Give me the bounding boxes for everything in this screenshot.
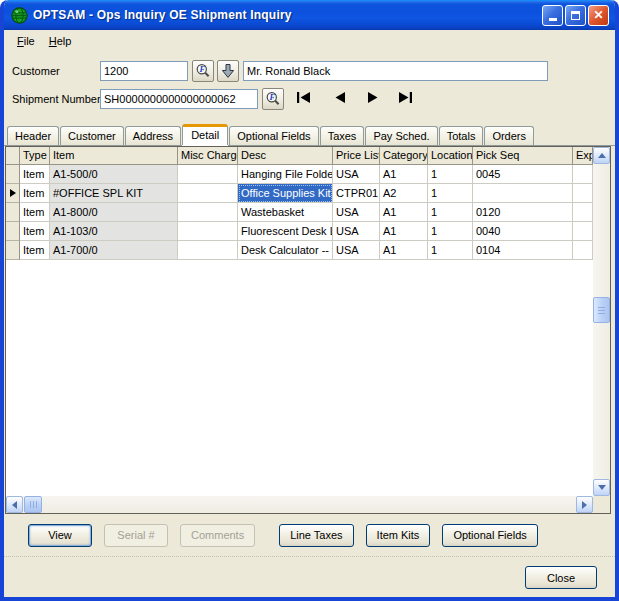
menu-help-rest: elp [57, 35, 72, 47]
cell-category[interactable]: A1 [380, 222, 428, 241]
column-header-exp[interactable]: Exp [573, 147, 593, 165]
column-header-category[interactable]: Category [380, 147, 428, 165]
shipment-number-input[interactable] [100, 89, 258, 109]
tab-customer[interactable]: Customer [60, 126, 124, 145]
cell-type[interactable]: Item [20, 222, 50, 241]
cell-exp[interactable] [573, 184, 593, 203]
row-selector[interactable] [6, 165, 20, 184]
column-header-item[interactable]: Item [50, 147, 178, 165]
nav-next-button[interactable] [364, 91, 382, 104]
nav-first-button[interactable] [295, 91, 313, 104]
scroll-left-button[interactable] [6, 496, 23, 513]
cell-misc-charge[interactable] [178, 203, 238, 222]
item-kits-button[interactable]: Item Kits [366, 524, 431, 547]
cell-desc[interactable]: Wastebasket [238, 203, 333, 222]
cell-desc[interactable]: Desk Calculator -- w [238, 241, 333, 260]
tab-totals[interactable]: Totals [439, 126, 484, 145]
tab-orders[interactable]: Orders [484, 126, 534, 145]
tab-header[interactable]: Header [7, 126, 59, 145]
cell-location[interactable]: 1 [428, 241, 473, 260]
cell-pick-seq[interactable]: 0040 [473, 222, 573, 241]
cell-item[interactable]: A1-500/0 [50, 165, 178, 184]
row-selector[interactable] [6, 203, 20, 222]
shipment-finder-button[interactable]: F [262, 88, 284, 110]
cell-type[interactable]: Item [20, 241, 50, 260]
vertical-scrollbar[interactable] [593, 147, 610, 496]
scroll-right-button[interactable] [576, 496, 593, 513]
cell-exp[interactable] [573, 203, 593, 222]
cell-exp[interactable] [573, 165, 593, 184]
cell-pick-seq[interactable]: 0120 [473, 203, 573, 222]
cell-pick-seq[interactable] [473, 184, 573, 203]
cell-location[interactable]: 1 [428, 165, 473, 184]
row-selector[interactable] [6, 222, 20, 241]
line-taxes-button[interactable]: Line Taxes [279, 524, 353, 547]
cell-price-list[interactable]: USA [333, 241, 380, 260]
cell-location[interactable]: 1 [428, 222, 473, 241]
cell-misc-charge[interactable] [178, 241, 238, 260]
cell-item[interactable]: #OFFICE SPL KIT [50, 184, 178, 203]
cell-type[interactable]: Item [20, 165, 50, 184]
cell-type[interactable]: Item [20, 203, 50, 222]
tab-detail[interactable]: Detail [182, 124, 228, 145]
menu-file[interactable]: File [10, 33, 42, 49]
cell-price-list[interactable]: USA [333, 165, 380, 184]
customer-name-field[interactable] [243, 61, 548, 81]
tab-taxes[interactable]: Taxes [320, 126, 365, 145]
tab-pay-sched[interactable]: Pay Sched. [365, 126, 437, 145]
thumb-grip [30, 501, 38, 508]
cell-category[interactable]: A1 [380, 165, 428, 184]
cell-price-list[interactable]: USA [333, 203, 380, 222]
cell-price-list[interactable]: CTPR01 [333, 184, 380, 203]
column-header-pick-seq[interactable]: Pick Seq [473, 147, 573, 165]
cell-misc-charge[interactable] [178, 222, 238, 241]
customer-number-input[interactable] [100, 61, 188, 81]
nav-previous-button[interactable] [330, 91, 348, 104]
cell-exp[interactable] [573, 222, 593, 241]
cell-desc[interactable]: Hanging File Folder [238, 165, 333, 184]
cell-desc-selected[interactable]: Office Supplies Kit [238, 184, 333, 203]
customer-finder-button[interactable]: F [192, 60, 214, 82]
close-button[interactable]: Close [525, 566, 597, 589]
cell-category[interactable]: A1 [380, 241, 428, 260]
minimize-button[interactable] [542, 5, 563, 26]
row-selector-current[interactable] [6, 184, 20, 203]
cell-item[interactable]: A1-800/0 [50, 203, 178, 222]
nav-last-button[interactable] [396, 91, 414, 104]
cell-pick-seq[interactable]: 0045 [473, 165, 573, 184]
column-header-type[interactable]: Type [20, 147, 50, 165]
vertical-scrollbar-thumb[interactable] [593, 297, 610, 323]
scroll-down-button[interactable] [593, 479, 610, 496]
cell-misc-charge[interactable] [178, 184, 238, 203]
cell-location[interactable]: 1 [428, 203, 473, 222]
customer-drilldown-button[interactable] [217, 60, 239, 82]
tab-address[interactable]: Address [125, 126, 181, 145]
cell-category[interactable]: A2 [380, 184, 428, 203]
column-header-price-list[interactable]: Price List [333, 147, 380, 165]
column-header-location[interactable]: Location [428, 147, 473, 165]
view-button[interactable]: View [28, 524, 92, 547]
cell-item[interactable]: A1-103/0 [50, 222, 178, 241]
column-header-desc[interactable]: Desc [238, 147, 333, 165]
next-record-icon [367, 92, 380, 103]
column-header-misc-charge[interactable]: Misc Charge [178, 147, 238, 165]
cell-exp[interactable] [573, 241, 593, 260]
cell-misc-charge[interactable] [178, 165, 238, 184]
menu-help[interactable]: Help [42, 33, 79, 49]
cell-location[interactable]: 1 [428, 184, 473, 203]
cell-type[interactable]: Item [20, 184, 50, 203]
menu-bar: File Help [4, 30, 615, 51]
horizontal-scrollbar[interactable] [6, 496, 593, 513]
tab-optional-fields[interactable]: Optional Fields [229, 126, 318, 145]
cell-category[interactable]: A1 [380, 203, 428, 222]
optional-fields-button[interactable]: Optional Fields [442, 524, 537, 547]
horizontal-scrollbar-thumb[interactable] [24, 496, 42, 513]
close-window-button[interactable]: ✕ [588, 5, 609, 26]
scroll-up-button[interactable] [593, 147, 610, 164]
cell-desc[interactable]: Fluorescent Desk L [238, 222, 333, 241]
cell-item[interactable]: A1-700/0 [50, 241, 178, 260]
maximize-button[interactable] [565, 5, 586, 26]
cell-price-list[interactable]: USA [333, 222, 380, 241]
row-selector[interactable] [6, 241, 20, 260]
cell-pick-seq[interactable]: 0104 [473, 241, 573, 260]
